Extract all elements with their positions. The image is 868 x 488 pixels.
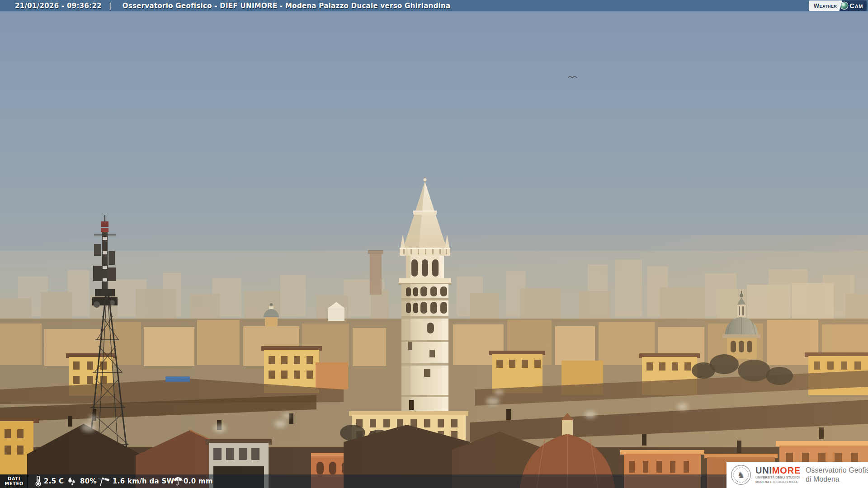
globe-icon xyxy=(841,2,848,9)
observatory-name: Osservatorio Geofisico di Modena xyxy=(806,466,868,484)
crest-knight-glyph: ♞ xyxy=(737,470,745,480)
temperature-item xyxy=(33,474,42,488)
wind-value: 1.6 km/h da SW xyxy=(113,474,174,488)
wind-item xyxy=(98,474,110,488)
separator: | xyxy=(109,2,112,10)
dati-meteo-line1: DATI xyxy=(8,476,20,481)
unimore-branding-box: ♞ UNIMORE UNIVERSITÀ DEGLI STUDI DI MODE… xyxy=(726,462,868,488)
webcam-page: 21/01/2026 - 09:36:22 | Osservatorio Geo… xyxy=(0,0,868,488)
rain-item xyxy=(173,474,184,488)
humidity-value: 80% xyxy=(80,474,97,488)
weathercam-logo: Weather Cam xyxy=(809,0,867,11)
rain-value: 0.0 mm xyxy=(184,474,213,488)
observatory-name-line1: Osservatorio Geofisico xyxy=(806,466,868,475)
unimore-more-text: MORE xyxy=(772,465,801,475)
weathercam-logo-cam-block: Cam xyxy=(840,0,867,11)
unimore-crest-icon: ♞ xyxy=(731,465,751,485)
dati-meteo-line2: METEO xyxy=(5,481,23,486)
umbrella-icon xyxy=(173,476,184,487)
top-bar: 21/01/2026 - 09:36:22 | Osservatorio Geo… xyxy=(0,0,868,11)
university-subtitle-line2: MODENA E REGGIO EMILIA xyxy=(755,480,801,484)
water-drops-icon xyxy=(66,476,77,487)
temperature-value: 2.5 C xyxy=(44,474,64,488)
weathercam-logo-cam: Cam xyxy=(849,2,863,9)
windsock-icon xyxy=(98,476,110,487)
unimore-wordmark: UNIMORE UNIVERSITÀ DEGLI STUDI DI MODENA… xyxy=(755,466,801,484)
dati-meteo-label: DATI METEO xyxy=(0,474,28,488)
weathercam-logo-weather: Weather xyxy=(809,0,842,11)
sunlight-glow xyxy=(0,235,868,488)
unimore-uni-text: UNI xyxy=(755,465,772,475)
humidity-item xyxy=(66,474,77,488)
thermometer-icon xyxy=(33,476,42,487)
observatory-name-line2: di Modena xyxy=(806,475,868,484)
webcam-photo xyxy=(0,0,868,488)
camera-title: Osservatorio Geofisico - DIEF UNIMORE - … xyxy=(123,2,451,10)
datetime-text: 21/01/2026 - 09:36:22 xyxy=(15,2,102,10)
university-subtitle-line1: UNIVERSITÀ DEGLI STUDI DI xyxy=(755,476,801,479)
